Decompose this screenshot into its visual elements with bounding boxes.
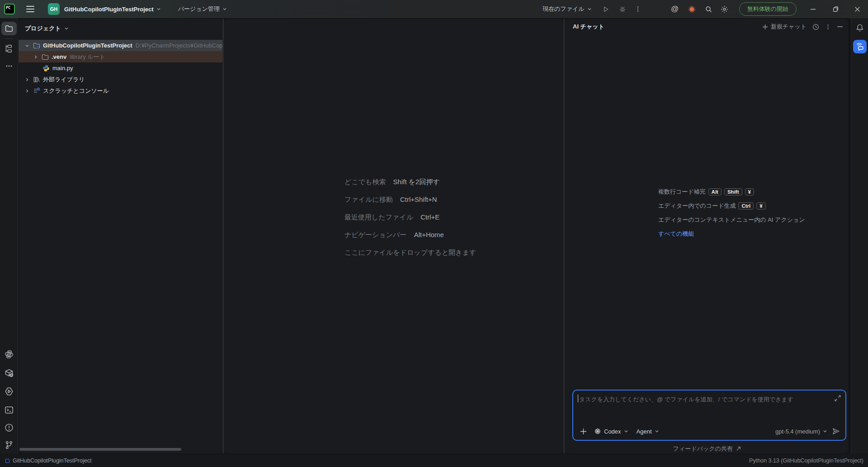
toolwindow-terminal-button[interactable] [5,405,14,415]
project-avatar[interactable]: GH [48,3,60,15]
new-chat-button[interactable]: 新規チャット [762,23,807,31]
pycharm-logo-icon: PC [4,4,15,14]
toolwindow-problems-button[interactable] [5,423,14,432]
strip-divider [5,38,14,39]
scratches-icon [33,87,40,95]
shortcut-hint: どこでも検索 Shift を2回押す [344,173,476,191]
toolwindow-python-console-button[interactable] [5,350,14,359]
window-close-button[interactable] [853,5,862,14]
tree-row-project-root[interactable]: GitHubCopilotPluginTestProject D:¥PyChar… [19,40,222,51]
toolwindow-python-packages-button[interactable] [5,368,14,377]
window-minimize-button[interactable] [808,5,817,14]
horizontal-scrollbar[interactable] [19,448,181,451]
search-icon[interactable] [704,5,713,14]
shortcut-hint: ここにファイルをドロップすると開きます [344,243,476,261]
project-tool-window: プロジェクト GitHubCopilotPluginTestProject D:… [19,19,222,453]
tree-item-label: main.py [52,65,73,71]
copilot-icon[interactable]: @ [670,5,679,14]
panel-divider[interactable] [222,19,224,453]
chevron-down-icon [655,429,659,434]
codex-logo-icon [594,428,601,435]
chevron-down-icon [587,7,592,11]
toolwindow-services-button[interactable] [5,387,14,396]
project-folder-icon [33,42,40,49]
vcs-menu[interactable]: バージョン管理 [178,5,220,13]
plus-icon [762,24,768,30]
tree-item-path: D:¥PyCharmProjects¥GitHubCopilotPlugin [136,42,222,49]
tree-row-scratches[interactable]: スクラッチとコンソール [19,85,222,96]
tree-row-venv[interactable]: .venv library ルート [19,51,222,62]
mode-selector[interactable]: Agent [637,428,659,435]
expand-input-icon[interactable] [835,395,841,401]
project-panel-title: プロジェクト [25,24,61,33]
chat-input-box[interactable]: タスクを入力してください、@ でファイルを追加、/ でコマンドを使用できます C… [572,390,846,441]
tree-item-label: 外部ライブラリ [43,76,85,84]
toolwindow-structure-button[interactable] [5,44,13,53]
kbd-key: ¥ [756,202,765,210]
ai-hint: エディターのコンテキストメニュー内の AI アクション [658,213,805,227]
chevron-down-icon [624,429,628,434]
chevron-down-icon[interactable] [25,43,29,48]
hide-tool-window-button[interactable] [837,24,843,30]
toolwindow-project-button[interactable] [1,22,17,35]
toolwindow-ai-chat-button[interactable] [853,40,867,53]
more-actions-icon[interactable] [633,5,642,14]
run-button[interactable] [602,5,611,14]
kbd-key: Shift [724,188,742,195]
kbd-key: ¥ [745,188,754,195]
main-menu-icon[interactable] [26,6,34,12]
shortcut-hint: 最近使用したファイル Ctrl+E [344,208,476,226]
ai-hint: エディター内でのコード生成 Ctrl ¥ [658,199,805,213]
ai-assistant-star-icon[interactable] [688,5,697,14]
editor-shortcut-hints: どこでも検索 Shift を2回押す ファイルに移動 Ctrl+Shift+N … [344,173,476,261]
settings-gear-icon[interactable] [720,5,729,14]
ai-chat-header: AI チャット 新規チャット [566,19,849,34]
status-project-widget[interactable]: GitHubCopilotPluginTestProject [5,457,91,464]
run-configuration-selector[interactable]: 現在のファイル [542,5,585,13]
folder-icon [42,53,49,61]
tree-item-label: .venv [52,53,66,60]
tree-row-external-libraries[interactable]: 外部ライブラリ [19,74,222,85]
provider-selector[interactable]: Codex [594,428,628,435]
project-selector[interactable]: GitHubCopilotPluginTestProject [64,6,154,13]
chevron-down-icon [64,26,69,31]
toolwindow-git-button[interactable] [5,441,13,449]
tree-item-label: GitHubCopilotPluginTestProject [43,42,132,49]
python-file-icon [42,65,50,72]
editor-empty-state: どこでも検索 Shift を2回押す ファイルに移動 Ctrl+Shift+N … [225,19,563,453]
kbd-key: Ctrl [738,202,754,210]
model-selector[interactable]: gpt-5.4 (medium) [775,428,827,435]
panel-divider[interactable] [563,19,565,453]
chevron-down-icon [222,7,227,11]
tree-item-suffix: library ルート [70,53,105,61]
library-icon [33,76,40,83]
ai-chat-title: AI チャット [573,23,604,31]
attach-plus-button[interactable] [579,427,588,436]
python-interpreter-widget[interactable]: Python 3.13 (GitHubCopilotPluginTestProj… [749,457,863,464]
chevron-right-icon[interactable] [25,89,29,93]
chat-input-placeholder: タスクを入力してください、@ でファイルを追加、/ でコマンドを使用できます [579,396,793,404]
send-button[interactable] [832,427,840,435]
notifications-bell-icon[interactable] [855,24,864,32]
ai-hint: 複数行コード補完 Alt Shift ¥ [658,185,805,199]
project-tree: GitHubCopilotPluginTestProject D:¥PyChar… [19,40,222,96]
chevron-right-icon[interactable] [33,55,38,59]
share-feedback-link[interactable]: フィードバックの共有 [566,445,849,453]
tree-row-main-py[interactable]: main.py [19,62,222,74]
status-bar: GitHubCopilotPluginTestProject Python 3.… [0,454,868,467]
chevron-down-icon [156,7,161,11]
all-features-link[interactable]: すべての機能 [658,230,694,238]
project-status-icon [5,459,9,463]
ide-window: PC GH GitHubCopilotPluginTestProject バージ… [0,0,868,467]
tree-item-label: スクラッチとコンソール [43,87,109,95]
chevron-right-icon[interactable] [25,77,29,82]
chat-history-button[interactable] [812,24,819,30]
ai-chat-tool-window: AI チャット 新規チャット 複数行コード補完 Alt Shift ¥ [566,19,849,453]
more-tool-windows-button[interactable] [5,62,13,70]
chat-more-options-button[interactable] [825,24,831,30]
debug-button[interactable] [618,5,627,14]
kbd-key: Alt [708,188,722,195]
project-panel-header[interactable]: プロジェクト [25,24,69,33]
window-restore-button[interactable] [831,5,840,14]
free-trial-button[interactable]: 無料体験の開始 [739,2,797,16]
